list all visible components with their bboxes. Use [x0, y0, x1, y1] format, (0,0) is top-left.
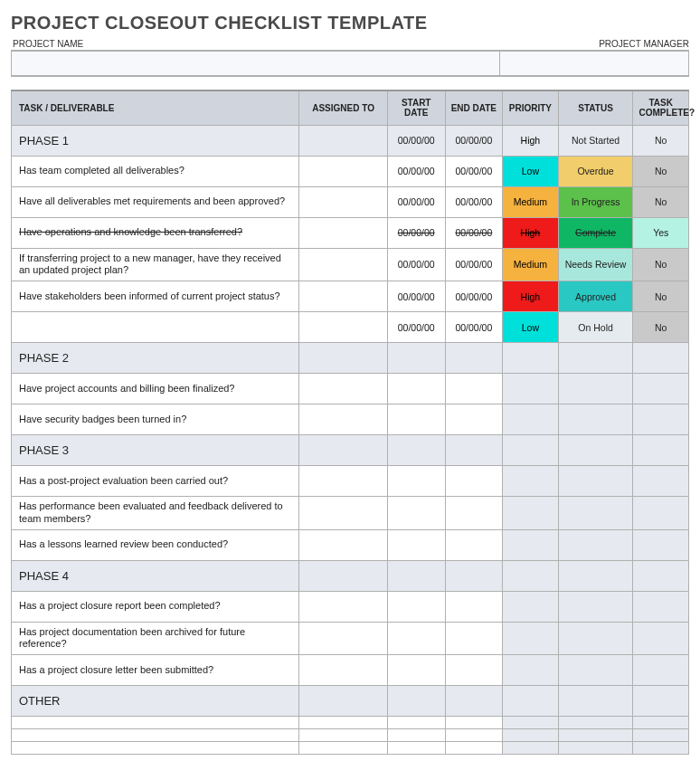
complete-cell[interactable] — [633, 717, 689, 729]
complete-cell[interactable]: No — [633, 125, 689, 156]
status-cell[interactable] — [558, 497, 633, 530]
status-cell[interactable] — [558, 729, 633, 742]
assigned-cell[interactable] — [299, 404, 388, 435]
task-cell[interactable]: Has project documentation been archived … — [12, 622, 299, 655]
start-date-cell[interactable] — [387, 686, 445, 717]
status-cell[interactable]: Overdue — [558, 156, 633, 186]
status-cell[interactable] — [558, 404, 633, 435]
end-date-cell[interactable] — [445, 742, 503, 755]
assigned-cell[interactable] — [299, 686, 388, 717]
task-cell[interactable]: Have security badges been turned in? — [12, 404, 299, 435]
status-cell[interactable] — [558, 622, 633, 655]
assigned-cell[interactable] — [299, 655, 388, 686]
task-cell[interactable]: OTHER — [12, 686, 299, 717]
complete-cell[interactable] — [633, 742, 689, 755]
complete-cell[interactable] — [633, 591, 689, 622]
assigned-cell[interactable] — [299, 343, 388, 374]
task-cell[interactable]: Has performance been evaluated and feedb… — [12, 497, 299, 530]
status-cell[interactable]: Needs Review — [558, 248, 633, 281]
priority-cell[interactable] — [503, 466, 559, 497]
status-cell[interactable] — [558, 591, 633, 622]
complete-cell[interactable] — [633, 560, 689, 591]
assigned-cell[interactable] — [299, 312, 388, 343]
assigned-cell[interactable] — [299, 529, 388, 560]
task-cell[interactable]: Has team completed all deliverables? — [12, 156, 299, 186]
end-date-cell[interactable]: 00/00/00 — [445, 248, 503, 281]
priority-cell[interactable]: Medium — [503, 186, 559, 217]
complete-cell[interactable]: Yes — [633, 217, 689, 248]
priority-cell[interactable] — [503, 374, 559, 404]
priority-cell[interactable] — [503, 717, 559, 729]
end-date-cell[interactable]: 00/00/00 — [445, 217, 503, 248]
assigned-cell[interactable] — [299, 248, 388, 281]
assigned-cell[interactable] — [299, 742, 388, 755]
priority-cell[interactable] — [503, 686, 559, 717]
complete-cell[interactable] — [633, 343, 689, 374]
complete-cell[interactable] — [633, 497, 689, 530]
status-cell[interactable] — [558, 466, 633, 497]
status-cell[interactable] — [558, 343, 633, 374]
start-date-cell[interactable]: 00/00/00 — [387, 156, 445, 186]
end-date-cell[interactable]: 00/00/00 — [445, 125, 503, 156]
project-manager-input[interactable] — [499, 50, 689, 77]
task-cell[interactable]: Have project accounts and billing been f… — [12, 374, 299, 404]
assigned-cell[interactable] — [299, 591, 388, 622]
end-date-cell[interactable] — [445, 343, 503, 374]
priority-cell[interactable] — [503, 622, 559, 655]
priority-cell[interactable]: High — [503, 217, 559, 248]
end-date-cell[interactable]: 00/00/00 — [445, 312, 503, 343]
start-date-cell[interactable] — [387, 717, 445, 729]
assigned-cell[interactable] — [299, 281, 388, 312]
complete-cell[interactable]: No — [633, 281, 689, 312]
status-cell[interactable]: In Progress — [558, 186, 633, 217]
status-cell[interactable] — [558, 435, 633, 466]
start-date-cell[interactable]: 00/00/00 — [387, 125, 445, 156]
task-cell[interactable]: Has a post-project evaluation been carri… — [12, 466, 299, 497]
complete-cell[interactable] — [633, 686, 689, 717]
priority-cell[interactable] — [503, 591, 559, 622]
priority-cell[interactable] — [503, 404, 559, 435]
complete-cell[interactable]: No — [633, 248, 689, 281]
start-date-cell[interactable] — [387, 591, 445, 622]
status-cell[interactable] — [558, 374, 633, 404]
complete-cell[interactable]: No — [633, 186, 689, 217]
complete-cell[interactable]: No — [633, 312, 689, 343]
assigned-cell[interactable] — [299, 125, 388, 156]
start-date-cell[interactable]: 00/00/00 — [387, 186, 445, 217]
task-cell[interactable] — [12, 312, 299, 343]
end-date-cell[interactable] — [445, 622, 503, 655]
assigned-cell[interactable] — [299, 466, 388, 497]
task-cell[interactable]: Have stakeholders been informed of curre… — [12, 281, 299, 312]
task-cell[interactable]: If transferring project to a new manager… — [12, 248, 299, 281]
task-cell[interactable]: Have all deliverables met requirements a… — [12, 186, 299, 217]
priority-cell[interactable] — [503, 529, 559, 560]
start-date-cell[interactable] — [387, 466, 445, 497]
priority-cell[interactable]: Low — [503, 156, 559, 186]
status-cell[interactable]: Approved — [558, 281, 633, 312]
complete-cell[interactable] — [633, 404, 689, 435]
complete-cell[interactable] — [633, 729, 689, 742]
end-date-cell[interactable] — [445, 591, 503, 622]
task-cell[interactable] — [12, 742, 299, 755]
complete-cell[interactable] — [633, 655, 689, 686]
priority-cell[interactable] — [503, 560, 559, 591]
priority-cell[interactable] — [503, 729, 559, 742]
complete-cell[interactable] — [633, 466, 689, 497]
task-cell[interactable]: Have operations and knowledge been trans… — [12, 217, 299, 248]
task-cell[interactable]: Has a project closure report been comple… — [12, 591, 299, 622]
project-name-input[interactable] — [11, 50, 499, 77]
status-cell[interactable]: On Hold — [558, 312, 633, 343]
start-date-cell[interactable] — [387, 655, 445, 686]
end-date-cell[interactable] — [445, 374, 503, 404]
status-cell[interactable] — [558, 529, 633, 560]
assigned-cell[interactable] — [299, 729, 388, 742]
priority-cell[interactable] — [503, 742, 559, 755]
task-cell[interactable] — [12, 717, 299, 729]
start-date-cell[interactable] — [387, 729, 445, 742]
start-date-cell[interactable] — [387, 560, 445, 591]
priority-cell[interactable]: High — [503, 125, 559, 156]
start-date-cell[interactable] — [387, 435, 445, 466]
status-cell[interactable] — [558, 742, 633, 755]
status-cell[interactable] — [558, 655, 633, 686]
assigned-cell[interactable] — [299, 217, 388, 248]
